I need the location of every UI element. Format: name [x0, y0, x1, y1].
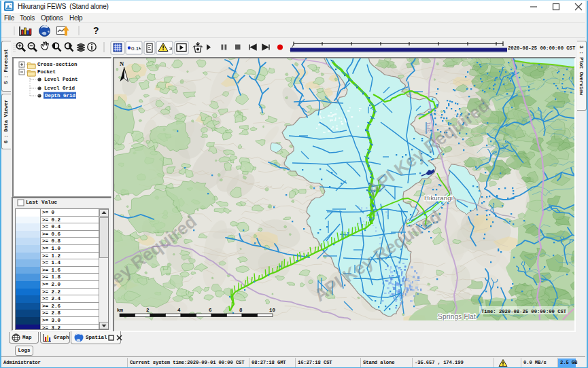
svg-text:4: 4	[177, 308, 181, 313]
svg-text:2: 2	[146, 308, 150, 313]
svg-text:10: 10	[269, 308, 276, 313]
svg-text:2020-08-25 00:00:00 CST: 2020-08-25 00:00:00 CST	[508, 45, 576, 51]
svg-text:km: km	[117, 308, 124, 313]
svg-text:SH1: SH1	[425, 122, 432, 133]
svg-text:Time: 2020-08-25 00:00:00 CST: Time: 2020-08-25 00:00:00 CST	[481, 309, 567, 314]
svg-text:6: 6	[209, 308, 212, 313]
svg-text:8: 8	[239, 308, 243, 313]
svg-text:0.1: 0.1	[131, 45, 139, 52]
svg-text:N: N	[120, 60, 124, 67]
svg-text:?: ?	[93, 25, 99, 36]
svg-text:Hikurangi: Hikurangi	[424, 194, 453, 202]
svg-text:Springs Flat: Springs Flat	[438, 313, 476, 320]
